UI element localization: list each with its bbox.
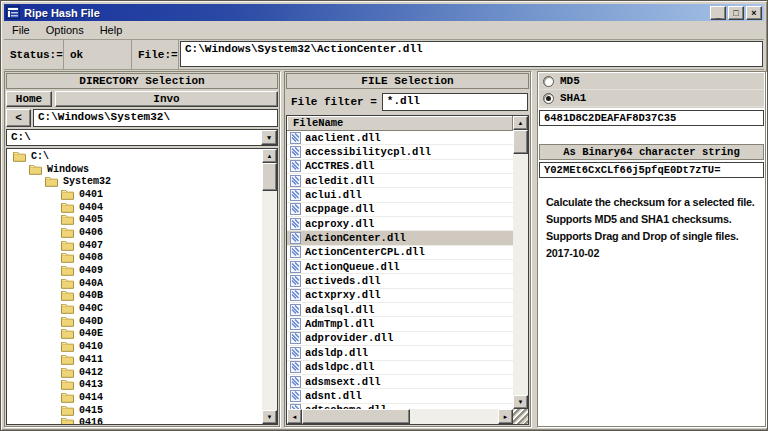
file-row[interactable]: accessibilitycpl.dll [287,145,513,159]
tree-item[interactable]: 0415 [7,404,261,417]
md5-radio[interactable]: MD5 [539,73,764,90]
path-row: < C:\Windows\System32\ [6,109,278,127]
menu-item[interactable]: Help [92,23,131,38]
tree-item[interactable]: 0407 [7,239,261,252]
scroll-left-icon[interactable]: ◄ [287,409,302,424]
tree-item[interactable]: 0414 [7,391,261,404]
scroll-right-icon[interactable]: ► [498,409,513,424]
file-list-hscrollbar[interactable]: ◄ ► [287,409,513,424]
dll-file-icon [290,132,301,144]
description-line: 2017-10-02 [546,245,763,262]
tree-item[interactable]: C:\ [7,150,261,163]
dll-file-icon [290,289,301,301]
md5-radio-label: MD5 [560,75,580,87]
dll-file-icon [290,218,301,230]
file-filter-input[interactable]: *.dll [382,93,528,111]
tree-item[interactable]: 0411 [7,353,261,366]
tree-item[interactable]: 040E [7,328,261,341]
current-path-field[interactable]: C:\Windows\System32\ [33,109,278,127]
file-row[interactable]: ActionCenter.dll [287,231,513,245]
menu-item[interactable]: Options [38,23,92,38]
folder-icon [61,341,74,352]
app-icon[interactable] [6,6,20,19]
combo-dropdown-button[interactable]: ▼ [261,130,277,145]
file-scrollbar-track[interactable] [513,154,528,395]
invo-button[interactable]: Invo [55,91,278,107]
dll-file-icon [290,347,301,359]
tree-item[interactable]: 0413 [7,378,261,391]
file-row[interactable]: adsldp.dll [287,346,513,360]
filter-row: File filter = *.dll [286,91,529,113]
tree-item[interactable]: System32 [7,175,261,188]
tree-scrollbar-thumb[interactable] [262,163,277,191]
file-row[interactable]: adsnt.dll [287,389,513,403]
directory-panel-title: DIRECTORY Selection [6,73,278,89]
dll-file-icon [290,175,301,187]
tree-item[interactable]: 040D [7,315,261,328]
tree-item[interactable]: 0409 [7,264,261,277]
file-row[interactable]: adalsql.dll [287,303,513,317]
file-hscrollbar-track[interactable] [410,409,498,424]
tree-item[interactable]: 040C [7,302,261,315]
folder-icon [61,240,74,251]
file-row[interactable]: ActionQueue.dll [287,260,513,274]
file-row[interactable]: actxprxy.dll [287,289,513,303]
hash-value-field[interactable]: 6481D8C2DEAFAF8D37C35 [539,110,764,126]
folder-icon [61,290,74,301]
file-row[interactable]: adprovider.dll [287,332,513,346]
window-title: Ripe Hash File [24,7,710,19]
file-row[interactable]: adsmsext.dll [287,375,513,389]
file-row[interactable]: acppage.dll [287,203,513,217]
file-list-scrollbar[interactable]: ▲ ▼ [513,116,528,409]
file-row[interactable]: acproxy.dll [287,217,513,231]
close-button[interactable]: × [746,6,762,20]
file-row[interactable]: ACCTRES.dll [287,160,513,174]
tree-item[interactable]: 040B [7,290,261,303]
sha1-radio[interactable]: SHA1 [539,90,764,107]
dll-file-icon [290,203,301,215]
scroll-down-icon[interactable]: ▼ [262,410,277,424]
folder-icon [61,303,74,314]
menu-bar: FileOptionsHelp [4,22,764,38]
tree-item[interactable]: 0405 [7,213,261,226]
home-button[interactable]: Home [6,91,52,107]
file-row[interactable]: aclui.dll [287,188,513,202]
directory-panel: DIRECTORY Selection Home Invo < C:\Windo… [4,71,280,427]
tree-item[interactable]: 040A [7,277,261,290]
scroll-up-icon[interactable]: ▲ [262,149,277,163]
file-scrollbar-thumb[interactable] [513,130,528,154]
dll-file-icon [290,332,301,344]
file-row[interactable]: ActionCenterCPL.dll [287,246,513,260]
tree-item[interactable]: 0404 [7,201,261,214]
file-row[interactable]: acledit.dll [287,174,513,188]
dll-file-icon [290,261,301,273]
scroll-down-icon[interactable]: ▼ [513,395,528,409]
file-row[interactable]: activeds.dll [287,274,513,288]
back-button[interactable]: < [6,109,31,127]
file-hscrollbar-thumb[interactable] [302,409,410,424]
tree-item[interactable]: 0410 [7,340,261,353]
resize-grip[interactable] [513,409,528,424]
tree-scrollbar[interactable]: ▲ ▼ [262,149,277,424]
tree-item[interactable]: 0406 [7,226,261,239]
scroll-up-icon[interactable]: ▲ [513,116,528,130]
folder-icon [29,164,42,175]
tree-item[interactable]: 0401 [7,188,261,201]
tree-item[interactable]: 0412 [7,366,261,379]
minimize-button[interactable]: _ [710,6,726,20]
tree-item[interactable]: Windows [7,163,261,176]
file-row[interactable]: adsldpc.dll [287,361,513,375]
file-path-field[interactable]: C:\Windows\System32\ActionCenter.dll [180,41,763,67]
menu-item[interactable]: File [4,23,38,38]
file-row[interactable]: aaclient.dll [287,131,513,145]
tree-scrollbar-track[interactable] [262,191,277,410]
description-line: Supports Drag and Drop of single files. [546,228,763,245]
drive-combo[interactable]: C:\ ▼ [6,129,278,146]
tree-item[interactable]: 0408 [7,252,261,265]
binary64-value-field[interactable]: Y02MEt6CxCLf66j5pfqE0Dt7zTU= [539,162,764,178]
maximize-button[interactable]: □ [728,6,744,20]
filename-column-header[interactable]: FileName [287,116,513,131]
file-row[interactable]: AdmTmpl.dll [287,317,513,331]
tree-item[interactable]: 0416 [7,416,261,424]
file-label: File:= [132,40,179,69]
